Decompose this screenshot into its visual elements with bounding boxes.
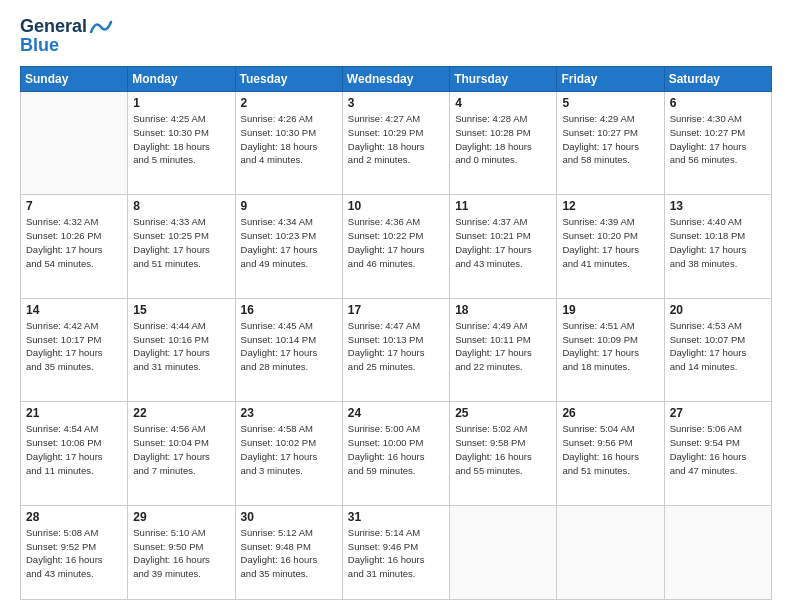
day-info: Sunrise: 4:58 AMSunset: 10:02 PMDaylight… [241, 422, 337, 477]
calendar-cell: 2Sunrise: 4:26 AMSunset: 10:30 PMDayligh… [235, 92, 342, 195]
day-info: Sunrise: 5:14 AMSunset: 9:46 PMDaylight:… [348, 526, 444, 581]
day-info: Sunrise: 4:26 AMSunset: 10:30 PMDaylight… [241, 112, 337, 167]
day-info: Sunrise: 5:04 AMSunset: 9:56 PMDaylight:… [562, 422, 658, 477]
calendar-cell: 19Sunrise: 4:51 AMSunset: 10:09 PMDaylig… [557, 298, 664, 401]
day-number: 16 [241, 303, 337, 317]
day-number: 25 [455, 406, 551, 420]
calendar-cell: 29Sunrise: 5:10 AMSunset: 9:50 PMDayligh… [128, 505, 235, 599]
day-info: Sunrise: 4:27 AMSunset: 10:29 PMDaylight… [348, 112, 444, 167]
day-info: Sunrise: 5:12 AMSunset: 9:48 PMDaylight:… [241, 526, 337, 581]
day-info: Sunrise: 4:54 AMSunset: 10:06 PMDaylight… [26, 422, 122, 477]
calendar-header-wednesday: Wednesday [342, 67, 449, 92]
day-info: Sunrise: 4:40 AMSunset: 10:18 PMDaylight… [670, 215, 766, 270]
calendar-week-row: 7Sunrise: 4:32 AMSunset: 10:26 PMDayligh… [21, 195, 772, 298]
calendar-cell: 11Sunrise: 4:37 AMSunset: 10:21 PMDaylig… [450, 195, 557, 298]
calendar-week-row: 14Sunrise: 4:42 AMSunset: 10:17 PMDaylig… [21, 298, 772, 401]
calendar-cell [21, 92, 128, 195]
calendar-cell: 31Sunrise: 5:14 AMSunset: 9:46 PMDayligh… [342, 505, 449, 599]
day-number: 15 [133, 303, 229, 317]
day-number: 31 [348, 510, 444, 524]
calendar-cell: 16Sunrise: 4:45 AMSunset: 10:14 PMDaylig… [235, 298, 342, 401]
calendar-cell: 14Sunrise: 4:42 AMSunset: 10:17 PMDaylig… [21, 298, 128, 401]
logo: General Blue [20, 16, 113, 56]
calendar-cell: 17Sunrise: 4:47 AMSunset: 10:13 PMDaylig… [342, 298, 449, 401]
day-number: 1 [133, 96, 229, 110]
day-info: Sunrise: 4:49 AMSunset: 10:11 PMDaylight… [455, 319, 551, 374]
calendar-week-row: 1Sunrise: 4:25 AMSunset: 10:30 PMDayligh… [21, 92, 772, 195]
day-info: Sunrise: 4:56 AMSunset: 10:04 PMDaylight… [133, 422, 229, 477]
calendar-cell: 13Sunrise: 4:40 AMSunset: 10:18 PMDaylig… [664, 195, 771, 298]
day-number: 7 [26, 199, 122, 213]
day-info: Sunrise: 4:33 AMSunset: 10:25 PMDaylight… [133, 215, 229, 270]
calendar-cell: 10Sunrise: 4:36 AMSunset: 10:22 PMDaylig… [342, 195, 449, 298]
calendar-header-sunday: Sunday [21, 67, 128, 92]
day-info: Sunrise: 4:39 AMSunset: 10:20 PMDaylight… [562, 215, 658, 270]
day-number: 18 [455, 303, 551, 317]
day-info: Sunrise: 4:25 AMSunset: 10:30 PMDaylight… [133, 112, 229, 167]
day-info: Sunrise: 4:36 AMSunset: 10:22 PMDaylight… [348, 215, 444, 270]
day-number: 2 [241, 96, 337, 110]
day-info: Sunrise: 4:42 AMSunset: 10:17 PMDaylight… [26, 319, 122, 374]
day-info: Sunrise: 4:51 AMSunset: 10:09 PMDaylight… [562, 319, 658, 374]
day-info: Sunrise: 5:02 AMSunset: 9:58 PMDaylight:… [455, 422, 551, 477]
calendar-cell: 9Sunrise: 4:34 AMSunset: 10:23 PMDayligh… [235, 195, 342, 298]
calendar-cell: 1Sunrise: 4:25 AMSunset: 10:30 PMDayligh… [128, 92, 235, 195]
day-info: Sunrise: 5:08 AMSunset: 9:52 PMDaylight:… [26, 526, 122, 581]
calendar-header-tuesday: Tuesday [235, 67, 342, 92]
day-info: Sunrise: 5:10 AMSunset: 9:50 PMDaylight:… [133, 526, 229, 581]
day-info: Sunrise: 5:00 AMSunset: 10:00 PMDaylight… [348, 422, 444, 477]
logo-wave-icon [89, 18, 113, 36]
calendar-cell: 3Sunrise: 4:27 AMSunset: 10:29 PMDayligh… [342, 92, 449, 195]
day-number: 13 [670, 199, 766, 213]
calendar-header-saturday: Saturday [664, 67, 771, 92]
calendar-cell: 7Sunrise: 4:32 AMSunset: 10:26 PMDayligh… [21, 195, 128, 298]
logo-general: General [20, 16, 87, 37]
calendar-cell [664, 505, 771, 599]
calendar-cell: 4Sunrise: 4:28 AMSunset: 10:28 PMDayligh… [450, 92, 557, 195]
day-number: 29 [133, 510, 229, 524]
day-number: 24 [348, 406, 444, 420]
day-number: 26 [562, 406, 658, 420]
day-info: Sunrise: 4:32 AMSunset: 10:26 PMDaylight… [26, 215, 122, 270]
day-number: 17 [348, 303, 444, 317]
calendar-cell: 30Sunrise: 5:12 AMSunset: 9:48 PMDayligh… [235, 505, 342, 599]
day-number: 27 [670, 406, 766, 420]
day-number: 22 [133, 406, 229, 420]
calendar-cell: 28Sunrise: 5:08 AMSunset: 9:52 PMDayligh… [21, 505, 128, 599]
day-number: 9 [241, 199, 337, 213]
day-info: Sunrise: 4:47 AMSunset: 10:13 PMDaylight… [348, 319, 444, 374]
calendar-cell: 20Sunrise: 4:53 AMSunset: 10:07 PMDaylig… [664, 298, 771, 401]
calendar-cell: 8Sunrise: 4:33 AMSunset: 10:25 PMDayligh… [128, 195, 235, 298]
calendar-cell [450, 505, 557, 599]
calendar-cell: 25Sunrise: 5:02 AMSunset: 9:58 PMDayligh… [450, 402, 557, 505]
day-number: 10 [348, 199, 444, 213]
calendar-cell: 5Sunrise: 4:29 AMSunset: 10:27 PMDayligh… [557, 92, 664, 195]
calendar-header-friday: Friday [557, 67, 664, 92]
day-info: Sunrise: 5:06 AMSunset: 9:54 PMDaylight:… [670, 422, 766, 477]
day-number: 3 [348, 96, 444, 110]
day-number: 5 [562, 96, 658, 110]
calendar-cell: 24Sunrise: 5:00 AMSunset: 10:00 PMDaylig… [342, 402, 449, 505]
day-number: 19 [562, 303, 658, 317]
day-number: 20 [670, 303, 766, 317]
calendar-cell: 18Sunrise: 4:49 AMSunset: 10:11 PMDaylig… [450, 298, 557, 401]
calendar-cell [557, 505, 664, 599]
logo-blue: Blue [20, 35, 59, 56]
calendar-header-row: SundayMondayTuesdayWednesdayThursdayFrid… [21, 67, 772, 92]
calendar-header-monday: Monday [128, 67, 235, 92]
page: General Blue SundayMondayTuesdayWednesda… [0, 0, 792, 612]
day-info: Sunrise: 4:45 AMSunset: 10:14 PMDaylight… [241, 319, 337, 374]
calendar-table: SundayMondayTuesdayWednesdayThursdayFrid… [20, 66, 772, 600]
day-info: Sunrise: 4:30 AMSunset: 10:27 PMDaylight… [670, 112, 766, 167]
day-number: 21 [26, 406, 122, 420]
header: General Blue [20, 16, 772, 56]
day-info: Sunrise: 4:28 AMSunset: 10:28 PMDaylight… [455, 112, 551, 167]
calendar-cell: 22Sunrise: 4:56 AMSunset: 10:04 PMDaylig… [128, 402, 235, 505]
day-number: 14 [26, 303, 122, 317]
day-number: 8 [133, 199, 229, 213]
day-info: Sunrise: 4:53 AMSunset: 10:07 PMDaylight… [670, 319, 766, 374]
calendar-cell: 26Sunrise: 5:04 AMSunset: 9:56 PMDayligh… [557, 402, 664, 505]
calendar-cell: 6Sunrise: 4:30 AMSunset: 10:27 PMDayligh… [664, 92, 771, 195]
day-info: Sunrise: 4:34 AMSunset: 10:23 PMDaylight… [241, 215, 337, 270]
day-number: 11 [455, 199, 551, 213]
